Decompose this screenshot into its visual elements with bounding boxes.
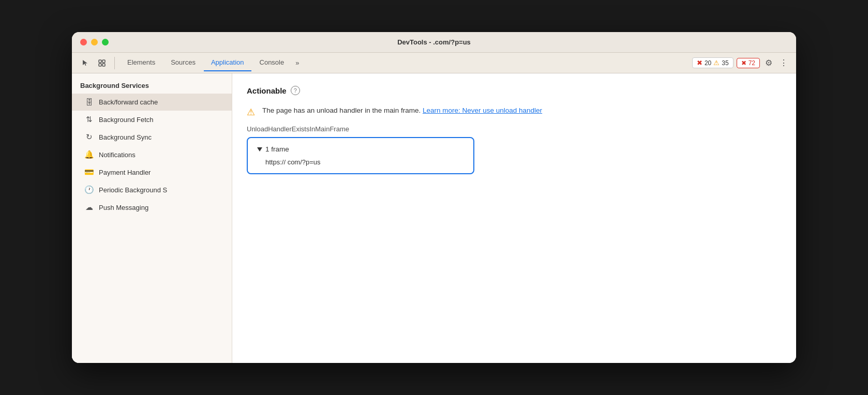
background-fetch-icon: ⇅ <box>84 115 94 124</box>
tab-console[interactable]: Console <box>252 54 292 71</box>
window-title: DevTools - .com/?p=us <box>397 38 471 46</box>
notifications-icon: 🔔 <box>84 150 94 159</box>
toolbar-separator <box>114 57 115 69</box>
svg-rect-0 <box>99 60 101 63</box>
sidebar-item-background-sync[interactable]: ↻ Background Sync <box>72 128 232 146</box>
tab-elements[interactable]: Elements <box>120 54 162 71</box>
help-icon[interactable]: ? <box>291 86 300 95</box>
more-menu-button[interactable]: ⋮ <box>777 56 790 70</box>
sidebar-item-label: Back/forward cache <box>99 98 158 106</box>
warning-message: The page has an unload handler in the ma… <box>262 107 421 114</box>
sidebar-item-background-fetch[interactable]: ⇅ Background Fetch <box>72 111 232 128</box>
panel-heading: Actionable ? <box>247 86 782 95</box>
learn-more-link[interactable]: Learn more: Never use unload handler <box>423 107 542 114</box>
tab-application[interactable]: Application <box>204 54 251 71</box>
background-sync-icon: ↻ <box>84 132 94 142</box>
toolbar-right: ✖ 20 ⚠ 35 ✖ 72 ⚙ ⋮ <box>692 56 790 70</box>
cursor-icon-button[interactable] <box>78 57 93 69</box>
error-count: 20 <box>705 59 711 67</box>
sidebar-item-label: Background Sync <box>99 133 152 141</box>
panel: Actionable ? ⚠ The page has an unload ha… <box>232 73 796 363</box>
sidebar-section-title: Background Services <box>72 73 232 94</box>
maximize-button[interactable] <box>102 39 109 45</box>
inspect-icon-button[interactable] <box>95 57 109 69</box>
exception-count: 72 <box>749 59 755 67</box>
frame-box: 1 frame https:// com/?p=us <box>247 137 474 174</box>
sidebar-item-push-messaging[interactable]: ☁ Push Messaging <box>72 199 232 216</box>
sidebar-item-label: Periodic Background S <box>99 186 167 194</box>
warning-text: The page has an unload handler in the ma… <box>262 105 542 118</box>
warn-count: 35 <box>722 59 728 67</box>
close-button[interactable] <box>80 39 87 45</box>
minimize-button[interactable] <box>91 39 98 45</box>
sidebar-item-label: Push Messaging <box>99 204 148 211</box>
frame-url: https:// com/?p=us <box>257 158 464 166</box>
sidebar-item-back-forward-cache[interactable]: 🗄 Back/forward cache <box>72 94 232 111</box>
toolbar-tabs: Elements Sources Application Console » <box>120 54 690 71</box>
exception-badge[interactable]: ✖ 72 <box>737 58 760 68</box>
chevron-down-icon <box>257 147 262 151</box>
devtools-window: DevTools - .com/?p=us Elements Sources A… <box>72 32 796 363</box>
panel-title: Actionable <box>247 86 287 95</box>
svg-rect-1 <box>102 60 105 63</box>
back-forward-cache-icon: 🗄 <box>84 98 94 107</box>
sidebar-item-label: Background Fetch <box>99 116 154 124</box>
titlebar: DevTools - .com/?p=us <box>72 32 796 53</box>
frame-count-label: 1 frame <box>265 145 289 153</box>
error-icon: ✖ <box>697 59 702 67</box>
exception-icon: ✖ <box>741 59 746 67</box>
warning-icon: ⚠ <box>247 107 255 118</box>
sidebar-item-label: Payment Handler <box>99 169 151 176</box>
sidebar-item-periodic-background[interactable]: 🕐 Periodic Background S <box>72 181 232 199</box>
sidebar-item-notifications[interactable]: 🔔 Notifications <box>72 146 232 163</box>
warn-icon: ⚠ <box>713 59 720 67</box>
main-content: Background Services 🗄 Back/forward cache… <box>72 73 796 363</box>
payment-handler-icon: 💳 <box>84 168 94 177</box>
settings-button[interactable]: ⚙ <box>763 56 774 70</box>
tab-sources[interactable]: Sources <box>163 54 203 71</box>
warning-row: ⚠ The page has an unload handler in the … <box>247 105 782 118</box>
periodic-background-icon: 🕐 <box>84 185 94 194</box>
push-messaging-icon: ☁ <box>84 203 94 212</box>
svg-rect-3 <box>102 64 105 66</box>
sidebar-item-label: Notifications <box>99 151 136 159</box>
sidebar-item-payment-handler[interactable]: 💳 Payment Handler <box>72 163 232 181</box>
error-count-badge[interactable]: ✖ 20 ⚠ 35 <box>692 57 734 68</box>
sidebar: Background Services 🗄 Back/forward cache… <box>72 73 232 363</box>
frame-header[interactable]: 1 frame <box>257 145 464 153</box>
toolbar: Elements Sources Application Console » ✖… <box>72 53 796 73</box>
svg-rect-2 <box>99 64 101 66</box>
error-id: UnloadHandlerExistsInMainFrame <box>247 125 782 133</box>
window-controls <box>80 39 109 45</box>
more-tabs-button[interactable]: » <box>292 55 302 71</box>
